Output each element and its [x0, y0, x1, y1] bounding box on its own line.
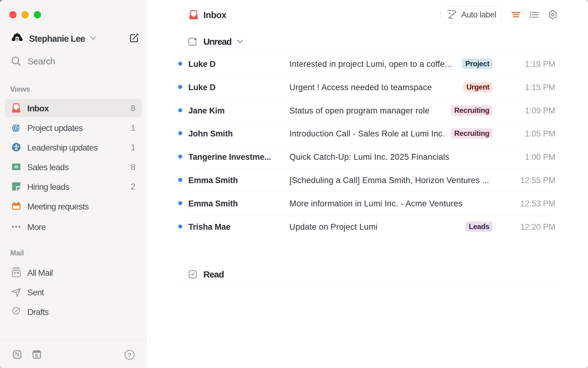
svg-text:N: N	[15, 351, 19, 358]
svg-text:6: 6	[36, 353, 38, 358]
svg-text:?: ?	[128, 351, 132, 358]
